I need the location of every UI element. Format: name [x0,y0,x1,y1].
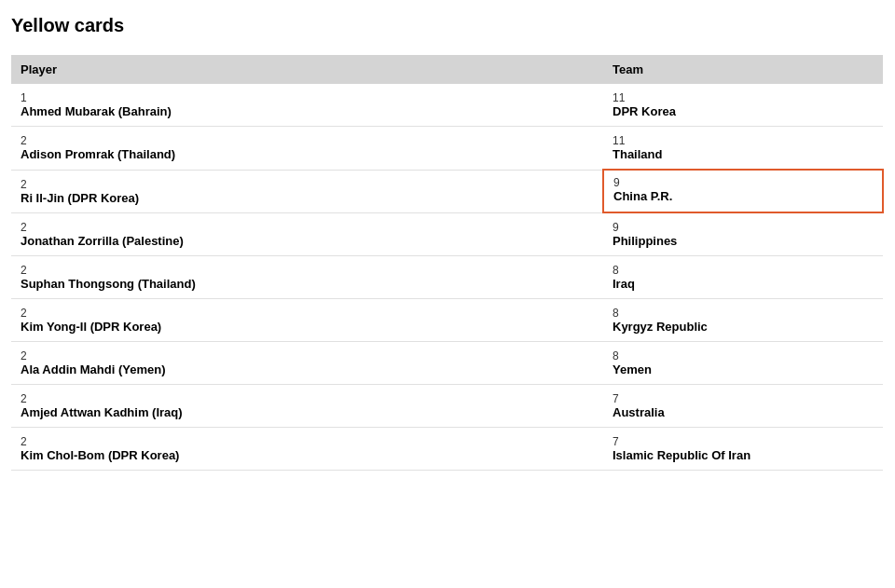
rank-value: 2 [21,349,594,362]
team-cell: 9Philippines [603,212,883,256]
player-name: Jonathan Zorrilla (Palestine) [21,234,594,248]
team-name: Thailand [613,147,874,161]
team-count: 9 [613,176,873,189]
player-cell: 1Ahmed Mubarak (Bahrain) [11,84,603,127]
player-name: Suphan Thongsong (Thailand) [21,277,594,291]
table-row: 2Ri Il-Jin (DPR Korea)9China P.R. [11,170,883,212]
player-name: Amjed Attwan Kadhim (Iraq) [21,405,594,419]
team-count: 8 [613,264,874,277]
team-cell: 8Iraq [603,256,883,299]
player-cell: 2Jonathan Zorrilla (Palestine) [11,212,603,256]
main-container: Yellow cards Player Team 1Ahmed Mubarak … [0,0,895,485]
table-row: 2Ala Addin Mahdi (Yemen)8Yemen [11,342,883,385]
team-name: Philippines [613,234,874,248]
player-cell: 2Ri Il-Jin (DPR Korea) [11,170,603,212]
team-cell: 7Islamic Republic Of Iran [603,428,883,471]
table-row: 2Amjed Attwan Kadhim (Iraq)7Australia [11,385,883,428]
player-cell: 2Ala Addin Mahdi (Yemen) [11,342,603,385]
table-row: 2Suphan Thongsong (Thailand)8Iraq [11,256,883,299]
player-cell: 2Kim Yong-Il (DPR Korea) [11,299,603,342]
team-cell: 9China P.R. [603,170,883,212]
team-name: Iraq [613,277,874,291]
table-row: 2Kim Chol-Bom (DPR Korea)7Islamic Republ… [11,428,883,471]
table-row: 2Adison Promrak (Thailand)11Thailand [11,127,883,171]
player-name: Ahmed Mubarak (Bahrain) [21,104,594,118]
rank-value: 2 [21,264,594,277]
rank-value: 2 [21,392,594,405]
team-cell: 11Thailand [603,127,883,171]
table-header-row: Player Team [11,55,883,84]
team-count: 11 [613,91,874,104]
team-count: 9 [613,221,874,234]
player-cell: 2Adison Promrak (Thailand) [11,127,603,171]
team-cell: 8Kyrgyz Republic [603,299,883,342]
team-column-header: Team [603,55,883,84]
team-count: 11 [613,134,874,147]
player-cell: 2Kim Chol-Bom (DPR Korea) [11,428,603,471]
player-name: Kim Yong-Il (DPR Korea) [21,320,594,334]
page-title: Yellow cards [11,15,884,36]
table-row: 2Jonathan Zorrilla (Palestine)9Philippin… [11,212,883,256]
rank-value: 2 [21,307,594,320]
rank-value: 1 [21,91,594,104]
team-count: 7 [613,435,874,448]
table-row: 2Kim Yong-Il (DPR Korea)8Kyrgyz Republic [11,299,883,342]
table-row: 1Ahmed Mubarak (Bahrain)11DPR Korea [11,84,883,127]
team-cell: 7Australia [603,385,883,428]
player-cell: 2Amjed Attwan Kadhim (Iraq) [11,385,603,428]
team-name: Australia [613,405,874,419]
yellow-cards-table: Player Team 1Ahmed Mubarak (Bahrain)11DP… [11,55,884,471]
player-name: Adison Promrak (Thailand) [21,147,594,161]
team-count: 8 [613,349,874,362]
rank-value: 2 [21,178,593,191]
player-name: Kim Chol-Bom (DPR Korea) [21,448,594,462]
team-name: Kyrgyz Republic [613,320,874,334]
rank-value: 2 [21,435,594,448]
team-name: China P.R. [613,189,873,203]
team-count: 8 [613,307,874,320]
table-body: 1Ahmed Mubarak (Bahrain)11DPR Korea2Adis… [11,84,883,471]
team-cell: 8Yemen [603,342,883,385]
rank-value: 2 [21,221,594,234]
player-column-header: Player [11,55,603,84]
player-cell: 2Suphan Thongsong (Thailand) [11,256,603,299]
player-name: Ri Il-Jin (DPR Korea) [21,191,593,205]
team-name: Yemen [613,362,874,376]
player-name: Ala Addin Mahdi (Yemen) [21,362,594,376]
team-name: Islamic Republic Of Iran [613,448,874,462]
team-name: DPR Korea [613,104,874,118]
team-count: 7 [613,392,874,405]
team-cell: 11DPR Korea [603,84,883,127]
rank-value: 2 [21,134,594,147]
